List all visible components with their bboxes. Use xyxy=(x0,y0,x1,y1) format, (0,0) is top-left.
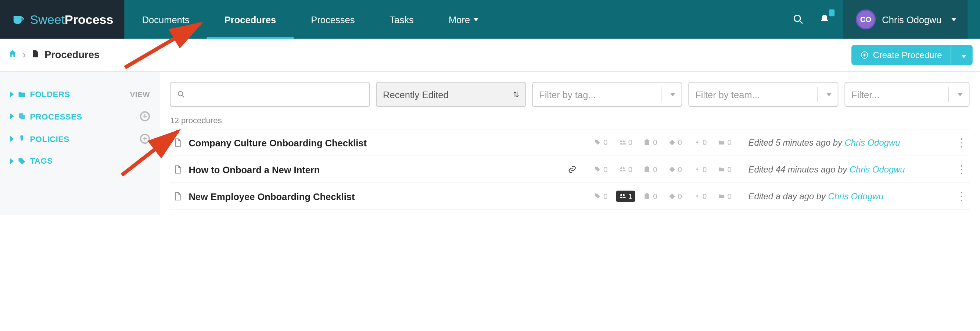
nav-more[interactable]: More xyxy=(431,0,496,38)
create-procedure-main[interactable]: Create Procedure xyxy=(852,45,951,65)
stat-diamond: 0 xyxy=(665,191,685,202)
svg-rect-13 xyxy=(645,167,649,172)
tag-icon xyxy=(18,157,27,165)
svg-point-5 xyxy=(178,91,183,96)
sort-select[interactable]: Recently Edited ⇅ xyxy=(376,82,526,107)
svg-rect-14 xyxy=(646,166,648,167)
svg-point-12 xyxy=(622,167,624,169)
brand-logo[interactable]: SweetProcess xyxy=(0,0,124,38)
filter-team[interactable]: Filter by team... xyxy=(688,82,838,107)
create-procedure-split[interactable] xyxy=(951,45,973,65)
svg-point-11 xyxy=(620,167,622,169)
procedure-title[interactable]: How to Onboard a New Intern xyxy=(188,164,320,175)
home-icon[interactable] xyxy=(7,49,17,61)
edited-text: Edited 5 minutes ago by Chris Odogwu xyxy=(748,138,948,147)
row-menu-icon[interactable]: ⋮ xyxy=(955,163,967,176)
user-name: Chris Odogwu xyxy=(882,14,942,25)
sidebar: FOLDERS VIEW PROCESSES + POLICIES + TAGS xyxy=(0,72,160,216)
file-icon xyxy=(172,165,182,174)
stack-icon xyxy=(18,112,27,121)
svg-point-8 xyxy=(622,141,624,142)
svg-point-0 xyxy=(794,15,800,21)
row-menu-icon[interactable]: ⋮ xyxy=(955,189,967,203)
filter-placeholder: Filter... xyxy=(851,89,880,100)
table-row: New Employee Onboarding Checklist010000E… xyxy=(170,182,970,209)
sidebar-processes[interactable]: PROCESSES + xyxy=(9,105,151,128)
stat-folder: 0 xyxy=(715,191,735,202)
search-input[interactable] xyxy=(170,82,370,107)
procedure-title[interactable]: Company Culture Onboarding Checklist xyxy=(188,137,367,148)
chevron-down-icon xyxy=(670,93,675,96)
stat-team: 0 xyxy=(616,164,636,175)
plus-icon[interactable]: + xyxy=(140,134,150,144)
stat-tag: 0 xyxy=(591,164,611,175)
nav-documents[interactable]: Documents xyxy=(124,0,207,38)
sort-label: Recently Edited xyxy=(383,89,449,100)
edited-text: Edited 44 minutes ago by Chris Odogwu xyxy=(748,165,948,174)
author-link[interactable]: Chris Odogwu xyxy=(845,138,900,147)
stat-task: 0 xyxy=(641,191,660,202)
filter-generic[interactable]: Filter... xyxy=(845,82,969,107)
top-nav: SweetProcess Documents Procedures Proces… xyxy=(0,0,980,38)
stat-folder: 0 xyxy=(715,164,735,175)
nav-tasks[interactable]: Tasks xyxy=(372,0,431,38)
nav-processes[interactable]: Processes xyxy=(294,0,372,38)
stat-folder: 0 xyxy=(715,137,735,148)
sidebar-policies[interactable]: POLICIES + xyxy=(9,128,151,150)
row-stats: 000000 xyxy=(591,164,741,175)
table-row: How to Onboard a New Intern000000Edited … xyxy=(170,155,970,182)
procedure-title[interactable]: New Employee Onboarding Checklist xyxy=(188,191,355,201)
cup-icon xyxy=(11,13,25,26)
svg-point-16 xyxy=(622,194,624,196)
stat-task: 0 xyxy=(641,137,660,148)
sidebar-folders[interactable]: FOLDERS VIEW xyxy=(9,83,151,105)
row-menu-icon[interactable]: ⋮ xyxy=(955,136,967,149)
row-stats: 010000 xyxy=(591,191,741,202)
stat-pin: 0 xyxy=(690,137,710,148)
file-icon xyxy=(31,49,40,61)
svg-line-6 xyxy=(182,96,184,98)
create-procedure-button[interactable]: Create Procedure xyxy=(852,45,973,65)
plus-icon[interactable]: + xyxy=(140,112,150,122)
edited-text: Edited a day ago by Chris Odogwu xyxy=(748,191,948,201)
chevron-down-icon xyxy=(826,93,832,96)
author-link[interactable]: Chris Odogwu xyxy=(828,191,884,201)
svg-line-1 xyxy=(800,21,802,24)
sidebar-item-label: FOLDERS xyxy=(30,90,70,99)
filter-tag-placeholder: Filter by tag... xyxy=(539,89,596,100)
file-icon xyxy=(172,138,182,147)
badge-icon xyxy=(18,134,27,144)
stat-diamond: 0 xyxy=(665,137,685,148)
view-label[interactable]: VIEW xyxy=(130,90,150,99)
stat-team: 0 xyxy=(616,137,636,148)
author-link[interactable]: Chris Odogwu xyxy=(850,165,905,174)
stat-tag: 0 xyxy=(591,191,611,202)
breadcrumb-sep: › xyxy=(22,49,26,61)
bell-icon[interactable] xyxy=(817,12,832,27)
nav-procedures[interactable]: Procedures xyxy=(207,0,294,38)
nav-more-label: More xyxy=(449,14,470,25)
stat-pin: 0 xyxy=(690,191,710,202)
sidebar-item-label: TAGS xyxy=(30,156,53,166)
folder-icon xyxy=(18,90,27,99)
plus-circle-icon xyxy=(861,51,869,59)
brand-text-2: Process xyxy=(65,12,113,27)
svg-rect-10 xyxy=(646,139,648,141)
breadcrumb: › Procedures xyxy=(7,49,100,61)
filter-tag[interactable]: Filter by tag... xyxy=(532,82,682,107)
chevron-down-icon xyxy=(951,18,956,21)
chevron-down-icon xyxy=(961,55,966,59)
chevron-right-icon xyxy=(10,91,14,97)
procedures-list: Company Culture Onboarding Checklist0000… xyxy=(170,129,970,215)
search-icon[interactable] xyxy=(791,12,806,27)
svg-point-7 xyxy=(620,141,622,142)
user-menu[interactable]: CO Chris Odogwu xyxy=(843,0,967,38)
sidebar-item-label: POLICIES xyxy=(30,134,70,144)
sidebar-tags[interactable]: TAGS xyxy=(9,150,151,172)
table-row: New Employee Onboarding Checklist010000E… xyxy=(170,209,970,216)
svg-rect-17 xyxy=(645,194,649,199)
avatar: CO xyxy=(856,10,876,29)
link-icon[interactable] xyxy=(561,165,584,174)
chevron-right-icon xyxy=(10,158,14,164)
results-count: 12 procedures xyxy=(170,116,970,125)
